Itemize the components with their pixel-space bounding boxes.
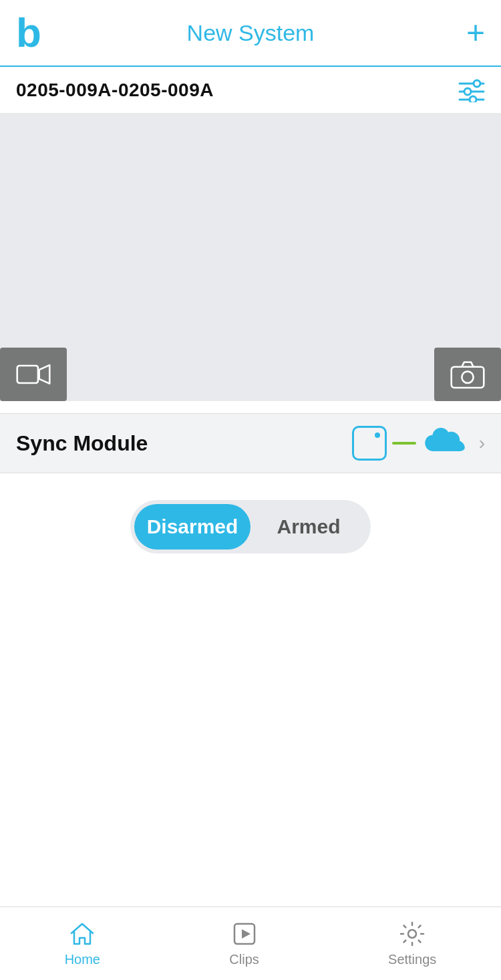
nav-item-settings[interactable]: Settings: [388, 920, 436, 967]
sync-module-bar[interactable]: Sync Module ›: [0, 413, 501, 473]
arm-toggle[interactable]: Disarmed Armed: [130, 500, 371, 554]
nav-item-clips[interactable]: Clips: [229, 920, 259, 967]
nav-settings-label: Settings: [388, 952, 436, 967]
app-logo: b: [16, 12, 41, 53]
sync-status-group: ›: [352, 425, 485, 461]
disarmed-button[interactable]: Disarmed: [134, 504, 251, 549]
svg-point-5: [470, 96, 476, 102]
nav-item-home[interactable]: Home: [65, 920, 100, 967]
sync-chevron-icon: ›: [479, 433, 485, 454]
svg-rect-6: [17, 366, 38, 383]
record-button[interactable]: [0, 348, 67, 401]
device-bar: 0205-009A-0205-009A: [0, 67, 501, 114]
sync-module-label: Sync Module: [16, 431, 148, 456]
add-button[interactable]: +: [466, 17, 485, 49]
app-header: b New System +: [0, 0, 501, 67]
main-content: Disarmed Armed: [0, 473, 501, 754]
device-id: 0205-009A-0205-009A: [16, 80, 214, 101]
nav-clips-label: Clips: [229, 952, 259, 967]
nav-home-label: Home: [65, 952, 100, 967]
svg-marker-11: [242, 929, 251, 939]
sync-dot: [375, 433, 380, 438]
svg-rect-8: [452, 367, 484, 388]
armed-button[interactable]: Armed: [251, 504, 367, 549]
sync-connector-line: [392, 442, 416, 445]
bottom-nav: Home Clips Settings: [0, 906, 501, 980]
sync-device-icon: [352, 426, 387, 461]
svg-marker-7: [39, 365, 50, 384]
svg-point-3: [464, 88, 471, 95]
svg-point-9: [462, 372, 473, 383]
cloud-icon: [422, 425, 468, 461]
page-title: New System: [187, 20, 315, 46]
svg-point-12: [408, 930, 416, 938]
snapshot-button[interactable]: [434, 348, 501, 401]
svg-point-1: [474, 80, 480, 87]
arm-toggle-container: Disarmed Armed: [0, 473, 501, 587]
filter-icon[interactable]: [458, 78, 485, 102]
video-area: [0, 114, 501, 401]
